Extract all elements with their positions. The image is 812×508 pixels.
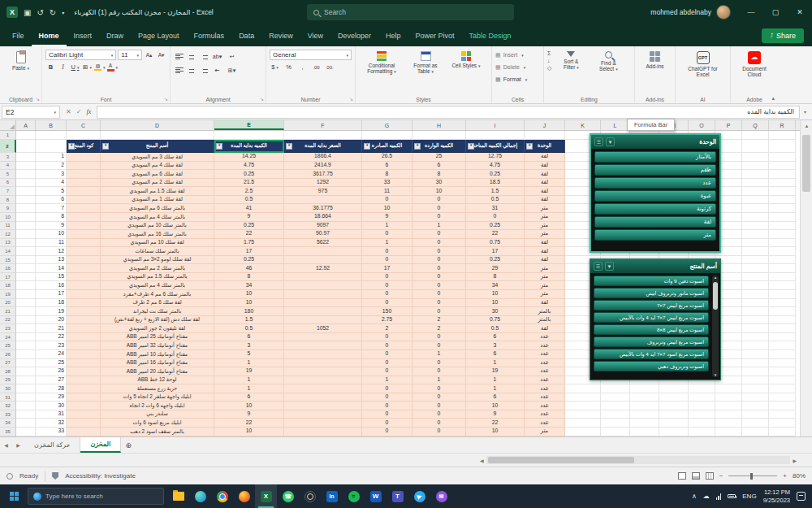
cell-R27[interactable] (769, 359, 796, 368)
cell-F14[interactable] (284, 247, 362, 256)
scroll-up-icon[interactable]: ▲ (801, 120, 812, 132)
cell-K34[interactable] (565, 419, 601, 428)
cell-Q2[interactable] (742, 140, 769, 153)
cell-G7[interactable]: 11 (362, 187, 412, 196)
new-sheet-icon[interactable]: ⊕ (121, 437, 136, 453)
cell-G29[interactable]: 1 (362, 376, 412, 385)
cell-A20[interactable] (16, 299, 36, 308)
cell-Q19[interactable] (742, 290, 769, 299)
cell-J17[interactable]: متر (525, 273, 565, 282)
vertical-scrollbar[interactable]: ▲ ▼ (800, 120, 812, 453)
decrease-font-icon[interactable]: A▾ (156, 50, 166, 60)
row-header-31[interactable]: 31 (0, 393, 16, 402)
cancel-icon[interactable]: ✕ (66, 108, 71, 115)
cell-R28[interactable] (769, 367, 796, 376)
cell-B14[interactable]: 12 (36, 247, 67, 256)
cell-E8[interactable]: 0.5 (214, 196, 284, 205)
cell-G13[interactable]: 1 (362, 239, 412, 248)
cell-A3[interactable] (16, 153, 36, 162)
column-header-G[interactable]: G (362, 120, 412, 130)
language-indicator[interactable]: ENG (742, 493, 756, 500)
cell-Q34[interactable] (742, 419, 769, 428)
sheet-nav-left-icon[interactable]: ◀ (0, 437, 12, 453)
cell-C24[interactable] (67, 333, 101, 342)
slicer-item[interactable]: اسبوت مربع ابيض 7×7 ايد 4 وات بالأبيض (594, 312, 709, 323)
cell-I34[interactable]: 22 (466, 419, 525, 428)
cell-G6[interactable]: 33 (362, 179, 412, 188)
cell-I7[interactable]: 1.5 (466, 187, 525, 196)
cell-B4[interactable]: 2 (36, 162, 67, 171)
cell-B20[interactable]: 18 (36, 299, 67, 308)
cell-Q26[interactable] (742, 350, 769, 359)
cell-A10[interactable] (16, 213, 36, 222)
cell-D24[interactable]: مفتاح أتوماتيك 25 امبير ABB (101, 333, 214, 342)
cell-I11[interactable]: 0.25 (466, 222, 525, 231)
cell-F16[interactable]: 12.92 (284, 264, 362, 273)
scroll-up-icon[interactable]: ▲ (712, 276, 719, 280)
cell-D19[interactable]: بالمتر سلك 6 مم 4 طرف+مفرد (101, 290, 214, 299)
cell-N30[interactable] (659, 384, 689, 393)
cell-F12[interactable]: 90.97 (284, 230, 362, 239)
cell-D33[interactable]: سلندر بني (101, 410, 214, 419)
cell-H9[interactable]: 0 (412, 204, 466, 213)
cell-H6[interactable]: 30 (412, 179, 466, 188)
cell-F11[interactable]: 9097 (284, 222, 362, 231)
cell-E30[interactable]: 1 (214, 384, 284, 393)
cell-G35[interactable]: 0 (362, 428, 412, 436)
cell-E23[interactable]: 0.5 (214, 324, 284, 333)
cell-C31[interactable] (67, 393, 101, 402)
cell-R31[interactable] (769, 393, 796, 402)
column-header-I[interactable]: I (466, 120, 525, 130)
cell-Q14[interactable] (742, 247, 769, 256)
cell-C28[interactable] (67, 367, 101, 376)
cell-P30[interactable] (715, 384, 742, 393)
cell-A7[interactable] (16, 187, 36, 196)
cell-A28[interactable] (16, 367, 36, 376)
cell-C10[interactable] (67, 213, 101, 222)
cell-G34[interactable]: 0 (362, 419, 412, 428)
cell-D22[interactable]: لفة سلك دش (لفة الاربع + ربع لفة+نص) (101, 316, 214, 325)
cell-A5[interactable] (16, 170, 36, 179)
cell-J3[interactable]: لفة (525, 153, 565, 162)
cell-C33[interactable] (67, 410, 101, 419)
cell-H16[interactable]: 0 (412, 264, 466, 273)
cell-O33[interactable] (689, 410, 715, 419)
cell-R29[interactable] (769, 376, 796, 385)
cell-I24[interactable]: 6 (466, 333, 525, 342)
cell-J2[interactable]: الوحدة▾ (525, 140, 565, 153)
cell-A2[interactable] (16, 140, 36, 153)
delete-cells-button[interactable]: ▦Delete▾ (495, 62, 540, 72)
conditional-formatting-button[interactable]: Conditional Formatting▾ (359, 50, 404, 76)
cell-A16[interactable] (16, 264, 36, 273)
cell-C19[interactable] (67, 290, 101, 299)
cell-F13[interactable]: 5622 (284, 239, 362, 248)
column-header-P[interactable]: P (715, 120, 742, 130)
insert-function-icon[interactable]: fx (86, 108, 91, 115)
whatsapp-icon[interactable]: ☎ (277, 484, 299, 508)
cell-J25[interactable]: عدد (525, 341, 565, 350)
cell-J4[interactable]: لفة (525, 162, 565, 171)
filter-icon[interactable]: ▾ (414, 143, 421, 150)
cell-I2[interactable]: إجمالي الكميه المتاحه▾ (466, 140, 525, 153)
cell-N32[interactable] (659, 402, 689, 410)
row-header-16[interactable]: 16 (0, 264, 16, 273)
font-name-select[interactable]: Calibri Light▾ (45, 50, 116, 60)
taskbar-search[interactable]: Type here to search (28, 488, 164, 505)
cell-D25[interactable]: مفتاح أتوماتيك 32 امبير ABB (101, 341, 214, 350)
horizontal-scrollbar[interactable]: ◀ ▶ (477, 455, 799, 465)
user-name[interactable]: mohmed abdelnaby (650, 8, 711, 16)
cell-G9[interactable]: 10 (362, 204, 412, 213)
ribbon-tab-help[interactable]: Help (378, 24, 408, 46)
cell-D9[interactable]: بالمتر سلك 6 مم السويدي (101, 204, 214, 213)
cell-C16[interactable] (67, 264, 101, 273)
cell-F33[interactable] (284, 410, 362, 419)
cell-F32[interactable] (284, 402, 362, 410)
row-header-2[interactable]: 2 (0, 140, 16, 153)
cell-B27[interactable]: 25 (36, 359, 67, 368)
ribbon-tab-data[interactable]: Data (231, 24, 261, 46)
macro-record-icon[interactable] (6, 473, 13, 480)
row-header-4[interactable]: 4 (0, 162, 16, 171)
cell-H8[interactable]: 0 (412, 196, 466, 205)
cell-I23[interactable]: 0.5 (466, 324, 525, 333)
cell-A22[interactable] (16, 316, 36, 325)
